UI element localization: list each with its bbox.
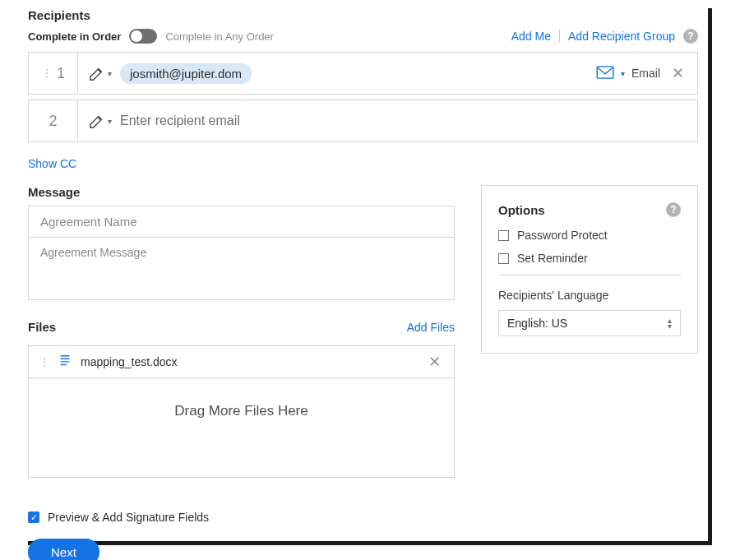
divider [559,30,560,43]
chevron-down-icon: ▾ [108,117,112,126]
divider [498,275,681,275]
checkbox-empty-icon[interactable] [498,253,509,264]
order-toggle[interactable] [129,29,157,44]
drag-handle-icon[interactable]: ⋮ [39,355,49,368]
recipient-chip[interactable]: josmith@jupiter.dom [120,63,252,84]
svg-rect-0 [597,66,613,77]
options-heading: Options [498,203,545,217]
recipient-order-cell[interactable]: ⋮ 1 [29,53,78,94]
checkbox-empty-icon[interactable] [498,230,509,241]
agreement-message-input[interactable] [29,238,454,297]
files-heading: Files [28,320,56,334]
recipient-row: ⋮ 1 ▾ josmith@jupiter.dom ▾ Email ✕ [28,52,698,95]
recipient-role-picker[interactable]: ▾ [88,112,112,130]
complete-in-order-label: Complete in Order [28,30,121,43]
add-me-link[interactable]: Add Me [511,30,551,43]
set-reminder-row[interactable]: Set Reminder [498,252,681,265]
files-box: ⋮ mapping_test.docx ✕ Drag More Files He… [28,345,455,478]
add-recipient-group-link[interactable]: Add Recipient Group [568,30,675,43]
envelope-icon [596,66,614,81]
options-panel: Options ? Password Protect Set Reminder … [481,185,698,354]
recipient-order-number: 1 [57,65,65,82]
drag-handle-icon[interactable]: ⋮ [41,67,52,80]
checkbox-checked-icon[interactable]: ✓ [28,511,39,523]
remove-file-button[interactable]: ✕ [425,353,444,371]
message-box [28,206,455,300]
message-heading: Message [28,185,455,199]
remove-recipient-button[interactable]: ✕ [668,64,687,82]
preview-label: Preview & Add Signature Fields [48,511,209,524]
recipient-role-picker[interactable]: ▾ [88,64,112,82]
delivery-picker[interactable]: ▾ Email [596,66,660,81]
pen-icon [88,112,106,130]
password-protect-label: Password Protect [517,229,608,242]
chevron-down-icon: ▾ [621,69,625,78]
document-icon [58,354,72,371]
add-files-link[interactable]: Add Files [407,321,455,334]
chevron-down-icon: ▾ [108,69,112,78]
recipient-order-number: 2 [49,113,57,130]
help-icon[interactable]: ? [666,202,681,217]
delivery-label: Email [631,67,660,80]
agreement-name-input[interactable] [29,206,454,238]
file-row: ⋮ mapping_test.docx ✕ [29,346,454,378]
recipient-email-input[interactable] [120,113,687,128]
language-label: Recipients' Language [498,289,681,302]
file-drop-zone[interactable]: Drag More Files Here [29,378,454,477]
recipients-heading: Recipients [28,8,698,22]
password-protect-row[interactable]: Password Protect [498,229,681,242]
recipient-order-cell[interactable]: 2 [29,100,78,141]
show-cc-link[interactable]: Show CC [28,157,76,170]
preview-row[interactable]: ✓ Preview & Add Signature Fields [28,511,698,524]
updown-icon: ▴▾ [668,317,672,329]
pen-icon [88,64,106,82]
file-name: mapping_test.docx [81,355,417,368]
complete-any-order-label: Complete in Any Order [165,30,274,43]
next-button[interactable]: Next [28,539,99,560]
recipient-row: 2 ▾ [28,100,698,142]
language-value: English: US [507,317,567,330]
help-icon[interactable]: ? [683,29,698,44]
language-select[interactable]: English: US ▴▾ [498,310,681,336]
set-reminder-label: Set Reminder [517,252,588,265]
